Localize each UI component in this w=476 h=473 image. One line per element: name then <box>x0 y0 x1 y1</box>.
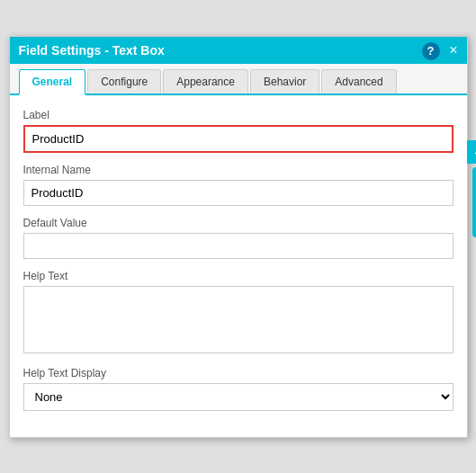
help-text-input[interactable] <box>23 286 454 353</box>
internal-name-label: Internal Name <box>23 164 454 176</box>
chevron-left-icon: ❮ <box>473 145 477 159</box>
tab-content: Label Internal Name Default Value Help T… <box>10 95 467 437</box>
tab-configure[interactable]: Configure <box>87 69 161 94</box>
internal-name-field-group: Internal Name <box>23 164 454 206</box>
default-value-input[interactable] <box>23 233 454 259</box>
process-data-tab[interactable]: Process Data <box>472 167 477 237</box>
help-text-display-field-group: Help Text Display None Tooltip Inline <box>23 367 454 411</box>
help-text-display-select[interactable]: None Tooltip Inline <box>23 383 454 411</box>
internal-name-input[interactable] <box>23 180 454 206</box>
tab-bar: General Configure Appearance Behavior Ad… <box>10 64 467 95</box>
help-text-label: Help Text <box>23 270 454 282</box>
title-bar: Field Settings - Text Box × <box>10 37 467 64</box>
label-field-group: Label <box>23 109 454 153</box>
help-icon[interactable]: ? <box>422 42 440 60</box>
help-text-field-group: Help Text <box>23 270 454 356</box>
tab-appearance[interactable]: Appearance <box>163 69 248 94</box>
field-settings-dialog: Field Settings - Text Box × ? General Co… <box>9 36 468 438</box>
process-data-chevron[interactable]: ❮ <box>467 140 477 164</box>
default-value-field-group: Default Value <box>23 217 454 259</box>
dialog-title: Field Settings - Text Box <box>19 43 165 58</box>
default-value-label: Default Value <box>23 217 454 229</box>
label-field-label: Label <box>23 109 454 121</box>
tab-behavior[interactable]: Behavior <box>250 69 319 94</box>
help-text-display-label: Help Text Display <box>23 367 454 379</box>
close-button[interactable]: × <box>449 43 457 58</box>
tab-general[interactable]: General <box>19 69 86 95</box>
tab-advanced[interactable]: Advanced <box>321 69 396 94</box>
label-input[interactable] <box>23 125 454 153</box>
